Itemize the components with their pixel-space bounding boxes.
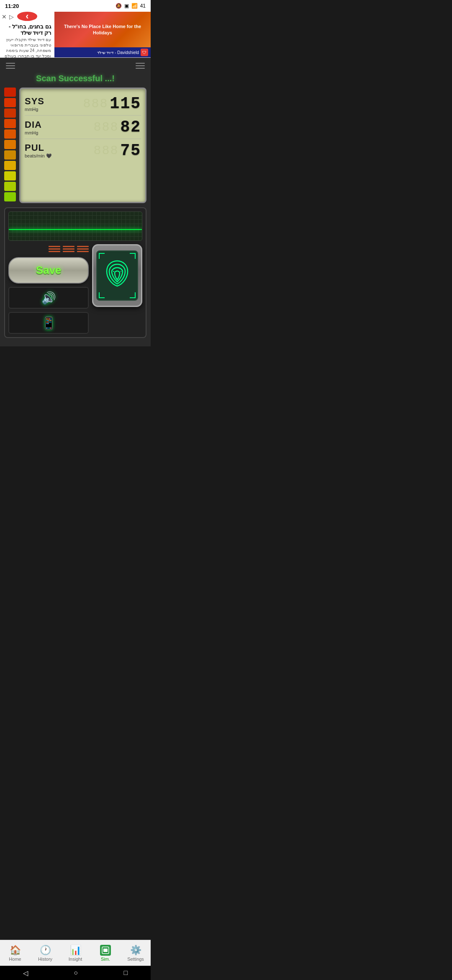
controls-row: Save 🔊 📱 bbox=[8, 244, 142, 334]
battery-icon: ▣ bbox=[124, 3, 129, 9]
fp-corner-bl bbox=[99, 292, 105, 298]
scanner-screen bbox=[8, 211, 142, 241]
ad-right[interactable]: There's No Place Like Home for the Holid… bbox=[54, 12, 151, 57]
ad-text: גם בחגים, בחו"ל - רק דיויד שילד עם דיויד… bbox=[3, 23, 51, 59]
scanner-panel: Save 🔊 📱 bbox=[4, 207, 146, 338]
pul-label: PUL beats/min 🖤 bbox=[25, 142, 52, 159]
seg-line bbox=[77, 251, 89, 252]
save-button[interactable]: Save bbox=[8, 257, 89, 284]
wifi-icon: 📶 bbox=[131, 3, 138, 9]
ad-image[interactable]: There's No Place Like Home for the Holid… bbox=[54, 12, 151, 47]
level-bar-9 bbox=[4, 171, 16, 181]
pul-ghost: 888 bbox=[93, 144, 118, 158]
level-meter bbox=[4, 88, 16, 203]
sys-value: 888 115 bbox=[83, 95, 141, 113]
level-bar-3 bbox=[4, 108, 16, 118]
lcd-panel: SYS mmHg 888 115 DIA mmHg 888 82 bbox=[19, 88, 146, 203]
segment-icons bbox=[8, 244, 89, 254]
sound-button[interactable]: 🔊 bbox=[8, 287, 89, 309]
fp-corner-br bbox=[130, 292, 136, 298]
ad-play-icon[interactable]: ▷ bbox=[9, 13, 14, 20]
sys-ghost: 888 bbox=[83, 97, 108, 111]
sys-number: 115 bbox=[110, 95, 141, 113]
seg-group-1 bbox=[49, 246, 60, 252]
fingerprint-scanner[interactable] bbox=[92, 244, 142, 307]
scanner-line bbox=[9, 229, 142, 230]
ad-logo-bar: Davidshield - דיויד שילד 🛡 bbox=[54, 47, 151, 57]
notif-icon: 🔕 bbox=[116, 3, 122, 9]
ad-banner: ✕ ▷ ‹ גם בחגים, בחו"ל - רק דיויד שילד עם… bbox=[0, 12, 151, 58]
seg-line bbox=[77, 248, 89, 250]
sys-label: SYS mmHg bbox=[25, 96, 44, 112]
scan-status: Scan Successful ...! bbox=[4, 74, 146, 83]
dia-label-text: DIA bbox=[25, 119, 42, 130]
status-bar: 11:20 🔕 ▣ 📶 41 bbox=[0, 0, 151, 12]
dia-number: 82 bbox=[120, 118, 141, 136]
scanner-grid bbox=[9, 212, 142, 240]
pul-row: PUL beats/min 🖤 888 75 bbox=[25, 139, 141, 162]
ad-shield-icon: 🛡 bbox=[141, 49, 148, 56]
left-controls: Save 🔊 📱 bbox=[8, 244, 89, 334]
level-bar-8 bbox=[4, 161, 16, 170]
seg-group-3 bbox=[77, 246, 89, 252]
level-bar-10 bbox=[4, 182, 16, 191]
phone-vibrate-icon: 📱 bbox=[41, 316, 56, 330]
pul-value: 888 75 bbox=[93, 142, 141, 160]
seg-line bbox=[49, 251, 60, 252]
pul-label-text: PUL bbox=[25, 142, 52, 153]
menu-right[interactable] bbox=[136, 63, 145, 69]
heart-icon: 🖤 bbox=[46, 153, 52, 158]
dia-ghost: 888 bbox=[93, 120, 118, 134]
sound-icon: 🔊 bbox=[41, 291, 56, 305]
ad-holiday-text: There's No Place Like Home for the Holid… bbox=[57, 23, 148, 36]
pul-unit: beats/min 🖤 bbox=[25, 153, 52, 159]
dia-value: 888 82 bbox=[93, 118, 141, 136]
seg-line bbox=[63, 251, 74, 252]
pul-number: 75 bbox=[120, 142, 141, 160]
fingerprint-inner bbox=[96, 250, 138, 301]
menu-left[interactable] bbox=[6, 63, 15, 69]
ad-close-x-icon[interactable]: ✕ bbox=[2, 13, 7, 20]
seg-line bbox=[49, 246, 60, 247]
sys-label-text: SYS bbox=[25, 96, 44, 107]
level-bar-1 bbox=[4, 88, 16, 97]
seg-line bbox=[77, 246, 89, 247]
dia-label: DIA mmHg bbox=[25, 119, 42, 135]
level-bar-11 bbox=[4, 192, 16, 201]
status-time: 11:20 bbox=[5, 3, 19, 9]
ad-close-area[interactable]: ✕ ▷ bbox=[2, 13, 14, 20]
seg-line bbox=[49, 248, 60, 250]
save-button-label: Save bbox=[36, 264, 62, 276]
dia-row: DIA mmHg 888 82 bbox=[25, 116, 141, 139]
ad-back-arrow-icon: ‹ bbox=[26, 12, 28, 21]
vibrate-button[interactable]: 📱 bbox=[8, 312, 89, 334]
display-container: SYS mmHg 888 115 DIA mmHg 888 82 bbox=[4, 88, 146, 203]
battery-level: 41 bbox=[140, 3, 146, 9]
sys-row: SYS mmHg 888 115 bbox=[25, 92, 141, 116]
ad-title: גם בחגים, בחו"ל - רק דיויד שילד bbox=[3, 23, 51, 36]
dia-unit: mmHg bbox=[25, 130, 42, 135]
fingerprint-icon bbox=[105, 259, 130, 292]
level-bar-7 bbox=[4, 150, 16, 160]
level-bar-5 bbox=[4, 129, 16, 139]
ad-back-button[interactable]: ‹ bbox=[17, 12, 37, 21]
fp-corner-tr bbox=[130, 253, 136, 259]
status-icons: 🔕 ▣ 📶 41 bbox=[116, 3, 146, 9]
fp-corner-tl bbox=[99, 253, 105, 259]
level-bar-4 bbox=[4, 119, 16, 128]
app-main: Scan Successful ...! SYS mmHg bbox=[0, 58, 151, 346]
seg-group-2 bbox=[63, 246, 74, 252]
ad-brand: Davidshield - דיויד שילד bbox=[97, 50, 139, 55]
seg-line bbox=[63, 246, 74, 247]
level-bar-6 bbox=[4, 140, 16, 149]
top-bar bbox=[4, 62, 146, 71]
level-bar-2 bbox=[4, 98, 16, 107]
ad-body: עם דיויד שילד תקבלו ייעוץ טלפוני בעברית … bbox=[3, 37, 51, 59]
sys-unit: mmHg bbox=[25, 107, 44, 112]
seg-line bbox=[63, 248, 74, 250]
